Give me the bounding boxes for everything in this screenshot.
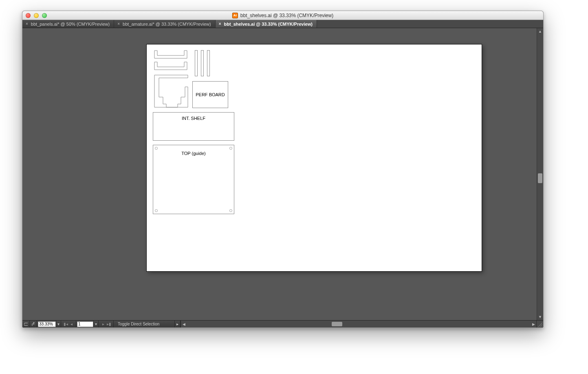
tab-label: bbt_panels.ai* @ 50% (CMYK/Preview)	[31, 22, 110, 27]
perf-board-box[interactable]: PERF BOARD	[192, 81, 228, 108]
prev-artboard-icon[interactable]: ◂	[68, 322, 74, 326]
illustrator-file-icon: Ai	[232, 13, 238, 18]
scroll-right-icon[interactable]: ▶	[531, 321, 536, 328]
tab-bbt-panels[interactable]: × bbt_panels.ai* @ 50% (CMYK/Preview)	[22, 20, 114, 28]
vertical-scroll-track[interactable]	[537, 35, 543, 314]
vertical-scrollbar[interactable]: ▲ ▼	[537, 28, 543, 320]
window-controls	[22, 13, 47, 18]
top-guide-box[interactable]: TOP (guide)	[153, 145, 234, 214]
zoom-input[interactable]	[38, 321, 56, 327]
zoom-window-button[interactable]	[42, 13, 47, 18]
tab-label: bbt_amature.ai* @ 33.33% (CMYK/Preview)	[123, 22, 211, 27]
zoom-field-segment	[37, 321, 56, 328]
document-tabbar: × bbt_panels.ai* @ 50% (CMYK/Preview) × …	[22, 20, 543, 28]
tool-hint-text: Toggle Direct Selection	[118, 322, 159, 326]
tab-bbt-amature[interactable]: × bbt_amature.ai* @ 33.33% (CMYK/Preview…	[114, 20, 215, 28]
window-title: Ai bbt_shelves.ai @ 33.33% (CMYK/Preview…	[232, 13, 333, 18]
titlebar: Ai bbt_shelves.ai @ 33.33% (CMYK/Preview…	[22, 11, 543, 20]
zoom-dropdown-icon[interactable]: ▾	[56, 321, 61, 328]
vertical-slat-1[interactable]	[195, 50, 198, 76]
artboard-number-input[interactable]	[77, 321, 93, 327]
next-artboard-icon[interactable]: ▸	[100, 322, 106, 326]
tab-label: bbt_shelves.ai @ 33.33% (CMYK/Preview)	[224, 22, 312, 27]
gpu-preview-icon[interactable]	[22, 321, 30, 328]
close-icon[interactable]: ×	[117, 22, 120, 26]
status-flyout-icon[interactable]: ▸	[175, 321, 181, 328]
enclosure-shape[interactable]	[154, 75, 188, 108]
canvas[interactable]: PERF BOARD INT. SHELF TOP (guide)	[22, 28, 537, 320]
int-shelf-label: INT. SHELF	[153, 116, 234, 121]
horizontal-scroll-thumb[interactable]	[332, 322, 342, 326]
window-title-text: bbt_shelves.ai @ 33.33% (CMYK/Preview)	[240, 13, 333, 18]
corner-hole-icon	[229, 147, 232, 150]
first-artboard-icon[interactable]: ▮◂	[63, 322, 68, 326]
artboard-nav-first: ▮◂ ◂	[61, 321, 76, 328]
minimize-window-button[interactable]	[34, 13, 39, 18]
scroll-up-icon[interactable]: ▲	[537, 28, 543, 35]
close-window-button[interactable]	[26, 13, 31, 18]
perf-board-label: PERF BOARD	[196, 92, 225, 97]
horizontal-scrollbar[interactable]: ◀ ▶	[181, 321, 537, 328]
int-shelf-box[interactable]: INT. SHELF	[153, 112, 234, 141]
corner-hole-icon	[155, 147, 158, 150]
scroll-left-icon[interactable]: ◀	[181, 321, 187, 328]
top-guide-label: TOP (guide)	[153, 151, 234, 156]
scroll-down-icon[interactable]: ▼	[537, 314, 543, 320]
vertical-slat-2[interactable]	[201, 50, 204, 76]
vertical-slat-3[interactable]	[207, 50, 210, 76]
app-window: Ai bbt_shelves.ai @ 33.33% (CMYK/Preview…	[22, 11, 544, 328]
artboard-nav-last: ▸ ▸▮	[99, 321, 114, 328]
corner-hole-icon	[229, 209, 232, 212]
corner-hole-icon	[155, 209, 158, 212]
bracket-shape-1[interactable]	[154, 50, 187, 60]
status-bar: ▾ ▮◂ ◂ ▾ ▸ ▸▮ Toggle Direct Selection ▸ …	[22, 320, 543, 328]
last-artboard-icon[interactable]: ▸▮	[106, 322, 112, 326]
artboard-field-segment	[76, 321, 94, 328]
resize-grip-icon[interactable]	[537, 321, 543, 328]
share-icon[interactable]	[30, 321, 37, 328]
close-icon[interactable]: ×	[219, 22, 221, 26]
artboard[interactable]: PERF BOARD INT. SHELF TOP (guide)	[147, 44, 482, 271]
tool-hint: Toggle Direct Selection	[114, 321, 175, 328]
vertical-scroll-thumb[interactable]	[538, 173, 542, 183]
close-icon[interactable]: ×	[26, 22, 28, 26]
document-area: PERF BOARD INT. SHELF TOP (guide) ▲	[22, 28, 543, 320]
svg-rect-0	[24, 323, 28, 325]
bracket-shape-2[interactable]	[154, 62, 187, 71]
tab-bbt-shelves[interactable]: × bbt_shelves.ai @ 33.33% (CMYK/Preview)	[216, 20, 317, 28]
artboard-dropdown-icon[interactable]: ▾	[94, 321, 99, 328]
